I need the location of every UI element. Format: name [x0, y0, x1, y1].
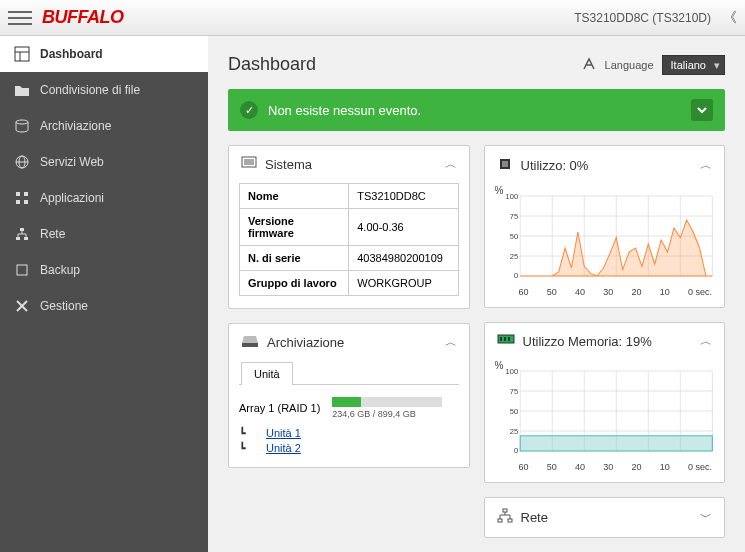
array-label: Array 1 (RAID 1): [239, 402, 320, 414]
memory-panel-header[interactable]: Utilizzo Memoria: 19% ︿: [485, 323, 725, 360]
network-panel-title: Rete: [521, 510, 693, 525]
svg-text:25: 25: [509, 427, 517, 436]
banner-text: Non esiste nessun evento.: [268, 103, 421, 118]
folder-icon: [14, 82, 30, 98]
svg-rect-27: [502, 161, 508, 167]
usage-bar: [332, 397, 442, 407]
usage-text: 234,6 GB / 899,4 GB: [332, 409, 442, 419]
settings-icon: [14, 298, 30, 314]
svg-text:0: 0: [513, 446, 517, 455]
svg-text:0: 0: [513, 271, 517, 280]
system-panel-title: Sistema: [265, 157, 437, 172]
sidebar-item-label: Servizi Web: [40, 155, 104, 169]
sidebar-item-file-sharing[interactable]: Condivisione di file: [0, 72, 208, 108]
table-row: NomeTS3210DD8C: [240, 184, 459, 209]
memory-chart: 1007550250: [501, 366, 715, 456]
network-icon: [497, 508, 513, 527]
storage-tab-units[interactable]: Unità: [241, 362, 293, 385]
network-panel: Rete ﹀: [484, 497, 726, 538]
svg-text:100: 100: [505, 367, 517, 376]
network-panel-header[interactable]: Rete ﹀: [485, 498, 725, 537]
chevron-up-icon: ︿: [445, 334, 457, 351]
svg-rect-10: [24, 200, 28, 204]
page-title: Dashboard: [228, 54, 316, 75]
svg-rect-67: [503, 509, 507, 512]
unit-link-1[interactable]: Unità 1: [266, 427, 301, 439]
svg-rect-68: [498, 519, 502, 522]
menu-toggle[interactable]: [8, 6, 32, 30]
svg-rect-7: [16, 192, 20, 196]
svg-text:50: 50: [509, 232, 517, 241]
device-name: TS3210DD8C (TS3210D): [574, 11, 711, 25]
svg-point-3: [16, 120, 28, 124]
cpu-panel: Utilizzo: 0% ︿ %: [484, 145, 726, 308]
sidebar-item-label: Rete: [40, 227, 65, 241]
brand-logo: BUFFALO: [42, 7, 124, 28]
svg-rect-12: [16, 237, 20, 240]
svg-rect-47: [504, 337, 506, 341]
sidebar-item-web-services[interactable]: Servizi Web: [0, 144, 208, 180]
sidebar-item-backup[interactable]: Backup: [0, 252, 208, 288]
language-label: Language: [605, 59, 654, 71]
storage-panel-header[interactable]: Archiviazione ︿: [229, 324, 469, 361]
chevron-down-icon: ﹀: [700, 509, 712, 526]
svg-text:50: 50: [509, 407, 517, 416]
system-table: NomeTS3210DD8C Versione firmware4.00-0.3…: [239, 183, 459, 296]
sidebar-item-network[interactable]: Rete: [0, 216, 208, 252]
sidebar-item-label: Dashboard: [40, 47, 103, 61]
svg-rect-0: [15, 47, 29, 61]
system-panel-header[interactable]: Sistema ︿: [229, 146, 469, 183]
collapse-panel-icon[interactable]: 《: [723, 9, 737, 27]
cpu-icon: [497, 156, 513, 175]
storage-panel-title: Archiviazione: [267, 335, 437, 350]
dashboard-icon: [14, 46, 30, 62]
chevron-up-icon: ︿: [700, 333, 712, 350]
memory-panel-title: Utilizzo Memoria: 19%: [523, 334, 693, 349]
system-panel: Sistema ︿ NomeTS3210DD8C Versione firmwa…: [228, 145, 470, 309]
svg-rect-46: [500, 337, 502, 341]
drive-icon: [241, 334, 259, 351]
svg-text:75: 75: [509, 212, 517, 221]
sidebar-item-applications[interactable]: Applicazioni: [0, 180, 208, 216]
svg-rect-13: [24, 237, 28, 240]
y-unit-label: %: [495, 360, 504, 371]
svg-rect-69: [508, 519, 512, 522]
svg-text:75: 75: [509, 387, 517, 396]
y-unit-label: %: [495, 185, 504, 196]
svg-rect-11: [20, 228, 24, 231]
storage-icon: [14, 118, 30, 134]
sidebar-item-storage[interactable]: Archiviazione: [0, 108, 208, 144]
svg-rect-48: [508, 337, 510, 341]
apps-icon: [14, 190, 30, 206]
sidebar-item-label: Backup: [40, 263, 80, 277]
storage-panel: Archiviazione ︿ Unità Array 1 (RAID 1) 2…: [228, 323, 470, 468]
table-row: Gruppo di lavoroWORKGROUP: [240, 271, 459, 296]
sidebar-item-label: Gestione: [40, 299, 88, 313]
language-icon: [581, 56, 597, 74]
unit-link-2[interactable]: Unità 2: [266, 442, 301, 454]
svg-text:25: 25: [509, 252, 517, 261]
event-banner: ✓ Non esiste nessun evento.: [228, 89, 725, 131]
language-select[interactable]: Italiano: [662, 55, 725, 75]
cpu-chart: 1007550250: [501, 191, 715, 281]
svg-rect-8: [24, 192, 28, 196]
sidebar: Dashboard Condivisione di file Archiviaz…: [0, 36, 208, 552]
cpu-panel-header[interactable]: Utilizzo: 0% ︿: [485, 146, 725, 185]
svg-rect-9: [16, 200, 20, 204]
network-icon: [14, 226, 30, 242]
svg-text:100: 100: [505, 192, 517, 201]
svg-rect-25: [242, 343, 258, 347]
chevron-up-icon: ︿: [445, 156, 457, 173]
sidebar-item-label: Archiviazione: [40, 119, 111, 133]
banner-expand-button[interactable]: [691, 99, 713, 121]
check-icon: ✓: [240, 101, 258, 119]
svg-rect-61: [520, 436, 712, 451]
svg-rect-18: [17, 265, 27, 275]
sidebar-item-dashboard[interactable]: Dashboard: [0, 36, 208, 72]
sidebar-item-management[interactable]: Gestione: [0, 288, 208, 324]
sidebar-item-label: Applicazioni: [40, 191, 104, 205]
table-row: Versione firmware4.00-0.36: [240, 209, 459, 246]
table-row: N. di serie40384980200109: [240, 246, 459, 271]
web-icon: [14, 154, 30, 170]
sidebar-item-label: Condivisione di file: [40, 83, 140, 97]
